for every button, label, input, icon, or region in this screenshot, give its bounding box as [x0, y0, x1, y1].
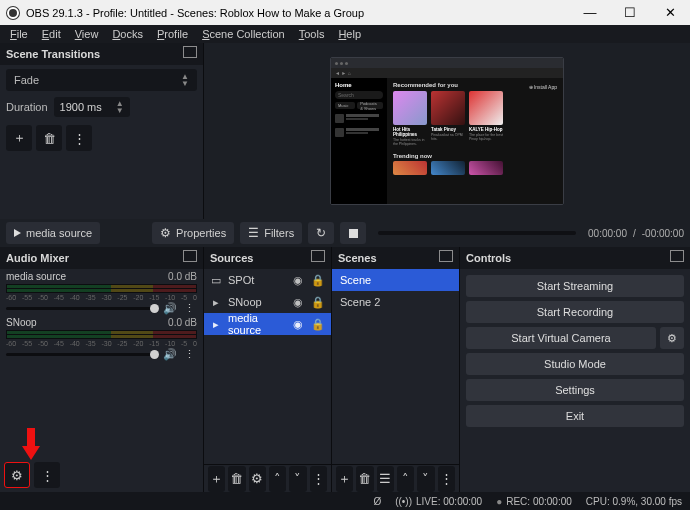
source-move-up-button[interactable]: ˄	[269, 466, 286, 492]
popout-icon[interactable]	[313, 252, 325, 264]
number-spinner-icon: ▲▼	[116, 100, 124, 114]
window-capture-icon: ▭	[210, 274, 222, 287]
scene-transitions-panel: Scene Transitions Fade ▲▼ Duration 1900 …	[0, 43, 204, 219]
mixer-meter	[6, 330, 197, 339]
mixer-channel-options[interactable]: ⋮	[181, 348, 197, 361]
scene-add-button[interactable]: ＋	[336, 466, 353, 492]
popout-icon[interactable]	[672, 252, 684, 264]
media-seek-bar[interactable]	[378, 231, 576, 235]
program-preview[interactable]: ◄ ► ⌂ Home Search Music Podcasts & Shows…	[204, 43, 690, 219]
studio-mode-button[interactable]: Studio Mode	[466, 353, 684, 375]
sources-title: Sources	[210, 252, 253, 264]
scene-remove-button[interactable]: 🗑	[356, 466, 373, 492]
speaker-icon[interactable]: 🔊	[163, 302, 177, 315]
record-icon: ●	[496, 496, 502, 507]
settings-button[interactable]: Settings	[466, 379, 684, 401]
scene-item[interactable]: Scene	[332, 269, 459, 291]
filters-button[interactable]: ☰Filters	[240, 222, 302, 244]
menu-help[interactable]: Help	[332, 27, 367, 41]
media-icon: ▸	[210, 296, 222, 309]
controls-title: Controls	[466, 252, 511, 264]
window-close-button[interactable]: ✕	[650, 0, 690, 25]
scene-filters-button[interactable]: ☰	[377, 466, 394, 492]
mixer-volume-slider[interactable]	[6, 307, 159, 310]
popout-icon[interactable]	[185, 252, 197, 264]
menu-edit[interactable]: Edit	[36, 27, 67, 41]
start-streaming-button[interactable]: Start Streaming	[466, 275, 684, 297]
lock-icon[interactable]: 🔒	[311, 274, 325, 287]
signal-icon: ((•))	[395, 496, 412, 507]
window-minimize-button[interactable]: —	[570, 0, 610, 25]
window-titlebar: OBS 29.1.3 - Profile: Untitled - Scenes:…	[0, 0, 690, 25]
virtual-camera-settings-button[interactable]: ⚙	[660, 327, 684, 349]
preview-search: Search	[335, 91, 383, 99]
popout-icon[interactable]	[185, 48, 197, 60]
source-move-down-button[interactable]: ˅	[289, 466, 306, 492]
source-options-button[interactable]: ⋮	[310, 466, 327, 492]
stop-media-button[interactable]	[340, 222, 366, 244]
status-live: ((•))LIVE: 00:00:00	[395, 496, 482, 507]
broadcast-icon: Ø	[373, 496, 381, 507]
preview-rec-label: Recommended for you	[393, 82, 458, 88]
transition-add-button[interactable]: ＋	[6, 125, 32, 151]
menu-file[interactable]: File	[4, 27, 34, 41]
mixer-options-button[interactable]: ⋮	[34, 462, 60, 488]
annotation-arrow	[20, 428, 42, 460]
transition-options-button[interactable]: ⋮	[66, 125, 92, 151]
source-item[interactable]: ▭SPOt◉🔒	[204, 269, 331, 291]
mixer-channel-options[interactable]: ⋮	[181, 302, 197, 315]
source-remove-button[interactable]: 🗑	[228, 466, 245, 492]
visibility-icon[interactable]: ◉	[291, 318, 305, 331]
visibility-icon[interactable]: ◉	[291, 274, 305, 287]
media-time-current: 00:00:00	[588, 228, 627, 239]
transition-select[interactable]: Fade ▲▼	[6, 69, 197, 91]
properties-button[interactable]: ⚙Properties	[152, 222, 234, 244]
status-no-broadcast: Ø	[373, 496, 381, 507]
start-virtual-camera-button[interactable]: Start Virtual Camera	[466, 327, 656, 349]
audio-mixer-title: Audio Mixer	[6, 252, 69, 264]
svg-marker-0	[22, 428, 40, 460]
speaker-icon[interactable]: 🔊	[163, 348, 177, 361]
menu-profile[interactable]: Profile	[151, 27, 194, 41]
menu-docks[interactable]: Docks	[106, 27, 149, 41]
refresh-icon: ↻	[316, 226, 326, 240]
source-item[interactable]: ▸media source◉🔒	[204, 313, 331, 335]
source-add-button[interactable]: ＋	[208, 466, 225, 492]
gear-icon: ⚙	[667, 332, 677, 345]
media-play-button[interactable]: media source	[6, 222, 100, 244]
mixer-volume-slider[interactable]	[6, 353, 159, 356]
scenes-title: Scenes	[338, 252, 377, 264]
status-rec: ●REC: 00:00:00	[496, 496, 572, 507]
mixer-scale: -60-55-50-45-40-35-30-25-20-15-10-50	[6, 340, 197, 347]
transition-selected: Fade	[14, 74, 39, 86]
source-properties-button[interactable]: ⚙	[249, 466, 266, 492]
restart-media-button[interactable]: ↻	[308, 222, 334, 244]
sources-panel: Sources ▭SPOt◉🔒 ▸SNoop◉🔒 ▸media source◉🔒…	[204, 247, 332, 492]
play-icon	[14, 229, 21, 237]
menu-scene-collection[interactable]: Scene Collection	[196, 27, 291, 41]
source-item[interactable]: ▸SNoop◉🔒	[204, 291, 331, 313]
exit-button[interactable]: Exit	[466, 405, 684, 427]
menu-view[interactable]: View	[69, 27, 105, 41]
scene-move-down-button[interactable]: ˅	[417, 466, 434, 492]
scene-item[interactable]: Scene 2	[332, 291, 459, 313]
popout-icon[interactable]	[441, 252, 453, 264]
mixer-channel: SNoop0.0 dB -60-55-50-45-40-35-30-25-20-…	[0, 315, 203, 361]
mixer-channel-name: SNoop	[6, 317, 37, 328]
window-maximize-button[interactable]: ☐	[610, 0, 650, 25]
visibility-icon[interactable]: ◉	[291, 296, 305, 309]
stop-icon	[349, 229, 358, 238]
mixer-scale: -60-55-50-45-40-35-30-25-20-15-10-50	[6, 294, 197, 301]
mixer-advanced-settings-button[interactable]: ⚙	[4, 462, 30, 488]
duration-input[interactable]: 1900 ms ▲▼	[54, 97, 130, 117]
start-recording-button[interactable]: Start Recording	[466, 301, 684, 323]
lock-icon[interactable]: 🔒	[311, 296, 325, 309]
status-cpu: CPU: 0.9%, 30.00 fps	[586, 496, 682, 507]
combo-spinner-icon: ▲▼	[181, 73, 189, 87]
app-icon	[6, 6, 20, 20]
scene-options-button[interactable]: ⋮	[438, 466, 455, 492]
scene-move-up-button[interactable]: ˄	[397, 466, 414, 492]
lock-icon[interactable]: 🔒	[311, 318, 325, 331]
transition-remove-button[interactable]: 🗑	[36, 125, 62, 151]
menu-tools[interactable]: Tools	[293, 27, 331, 41]
